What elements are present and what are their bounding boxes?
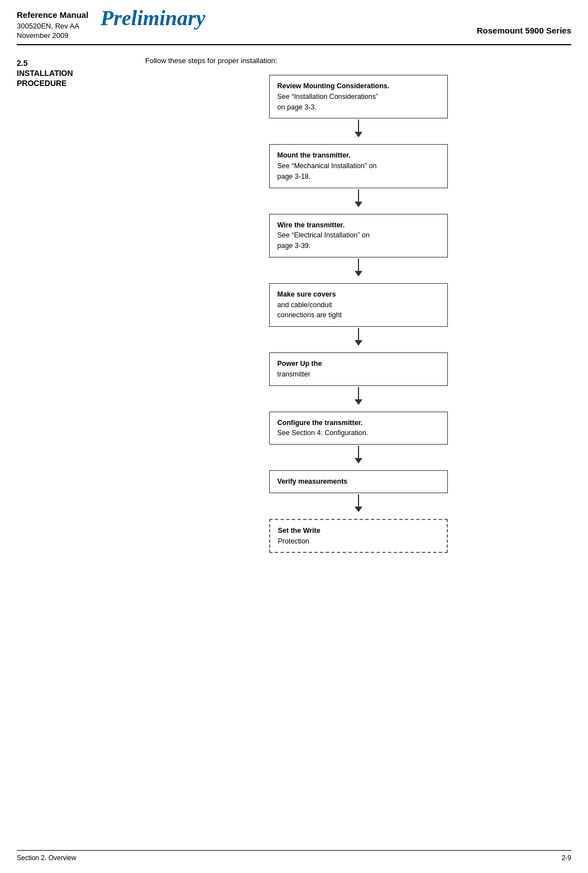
section-number: 2.5 [17,59,140,68]
header-left: Reference Manual Preliminary 300520EN, R… [17,10,88,40]
step3-line3: page 3-39. [278,242,311,250]
step1-line1: Review Mounting Considerations. [278,82,390,90]
step2-line2: See “Mechanical Installation” on [278,162,377,170]
step4-line1: Make sure covers [278,290,336,298]
arrow-line-1 [358,120,359,132]
step8-line2: Protection [278,537,309,545]
arrow-7 [355,494,362,512]
arrow-1 [355,120,362,137]
step6-line2: See Section 4: Configuration. [278,429,369,437]
footer: Section 2. Overview 2-9 [17,850,571,862]
arrow-head-7 [355,507,362,512]
header: Reference Manual Preliminary 300520EN, R… [0,0,588,40]
preliminary-watermark: Preliminary [101,6,205,30]
arrow-head-2 [355,202,362,207]
arrow-5 [355,387,362,405]
doc-number: 300520EN, Rev AA [17,22,88,30]
step3-line2: See “Electrical Installation” on [278,231,370,239]
arrow-head-5 [355,399,362,405]
step8-line1: Set the Write [278,527,321,535]
step1-line3: on page 3-3. [278,103,317,111]
arrow-3 [355,259,362,276]
section-title-line2: PROCEDURE [17,79,140,88]
arrow-line-2 [358,189,359,202]
flow-step-3: Wire the transmitter. See “Electrical In… [269,214,448,257]
step2-line1: Mount the transmitter. [278,151,351,159]
ref-manual-title: Reference Manual [17,10,88,20]
arrow-line-7 [358,494,359,507]
arrow-head-4 [355,340,362,346]
flow-step-4: Make sure covers and cable/conduit conne… [269,283,448,327]
arrow-head-3 [355,271,362,276]
section-title-line1: INSTALLATION [17,69,140,78]
flow-step-7: Verify measurements [269,470,448,493]
doc-date: November 2009 [17,31,88,40]
step4-line2: and cable/conduit [278,301,332,309]
left-panel: 2.5 INSTALLATION PROCEDURE [17,56,140,553]
step6-line1: Configure the transmitter. [278,419,363,427]
footer-left: Section 2. Overview [17,854,77,862]
step3-line1: Wire the transmitter. [278,221,345,229]
step4-line3: connections are tight [278,311,342,319]
step5-line2: transmitter [278,370,310,378]
arrow-2 [355,189,362,207]
arrow-head-1 [355,132,362,137]
flow-step-2: Mount the transmitter. See “Mechanical I… [269,144,448,188]
flow-diagram: Review Mounting Considerations. See “Ins… [145,75,571,553]
arrow-line-5 [358,387,359,399]
right-panel: Follow these steps for proper installati… [140,56,571,553]
flow-step-6: Configure the transmitter. See Section 4… [269,412,448,445]
arrow-4 [355,328,362,346]
page-container: Reference Manual Preliminary 300520EN, R… [0,0,588,873]
arrow-line-6 [358,446,359,458]
step2-line3: page 3-18. [278,173,311,180]
flow-step-5: Power Up the transmitter [269,352,448,386]
flow-step-8: Set the Write Protection [269,519,448,554]
step7-line1: Verify measurements [278,478,348,485]
arrow-line-3 [358,259,359,271]
intro-text: Follow these steps for proper installati… [145,56,571,65]
footer-right: 2-9 [562,854,571,862]
step5-line1: Power Up the [278,360,322,368]
step1-line2: See “Installation Considerations” [278,93,379,101]
flow-step-1: Review Mounting Considerations. See “Ins… [269,75,448,118]
arrow-6 [355,446,362,464]
arrow-head-6 [355,458,362,464]
product-name: Rosemount 5900 Series [477,10,571,35]
main-content: 2.5 INSTALLATION PROCEDURE Follow these … [0,45,588,553]
arrow-line-4 [358,328,359,340]
